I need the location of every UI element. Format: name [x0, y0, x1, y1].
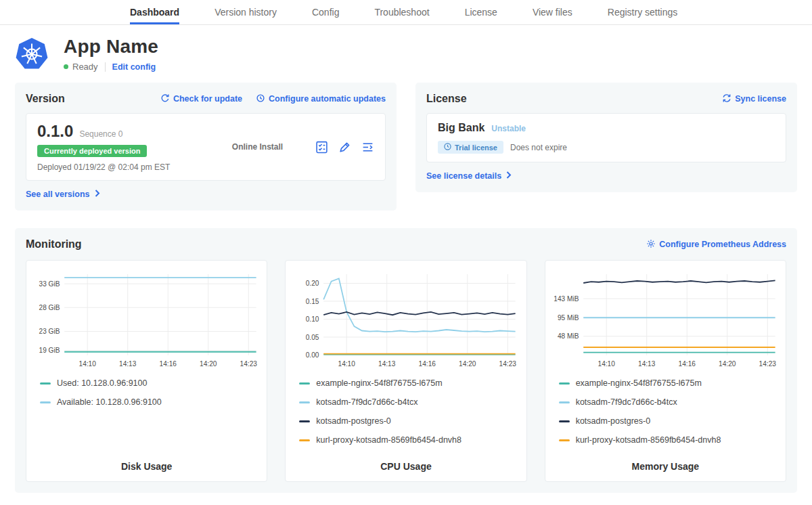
tab-version-history[interactable]: Version history	[215, 0, 277, 24]
tab-license[interactable]: License	[465, 0, 497, 24]
legend-item: Used: 10.128.0.96:9100	[40, 378, 253, 388]
series-swatch	[40, 401, 51, 403]
svg-text:0.10: 0.10	[306, 315, 319, 323]
series-swatch	[559, 420, 570, 422]
version-card-header: Version Check for update	[26, 93, 386, 105]
deployed-timestamp: Deployed 01/19/22 @ 02:04 pm EST	[37, 162, 200, 172]
configure-updates-link[interactable]: Configure automatic updates	[256, 93, 386, 105]
chevron-right-icon	[95, 190, 100, 199]
app-header: App Name Ready Edit config	[0, 25, 812, 72]
license-card-header: License Sync license	[426, 93, 786, 105]
cpu-usage-legend: example-nginx-54f8f76755-l675m kotsadm-7…	[291, 378, 520, 454]
monitoring-title: Monitoring	[26, 238, 82, 250]
version-icon-actions	[315, 141, 374, 154]
sync-license-link[interactable]: Sync license	[722, 93, 786, 105]
sync-icon	[722, 93, 731, 105]
svg-text:19 GiB: 19 GiB	[39, 347, 60, 354]
svg-text:14:13: 14:13	[119, 360, 137, 368]
cards-row: Version Check for update	[15, 83, 797, 211]
top-navigation: Dashboard Version history Config Trouble…	[0, 0, 812, 25]
tab-dashboard[interactable]: Dashboard	[130, 0, 179, 24]
clock-icon	[444, 143, 451, 152]
tab-view-files[interactable]: View files	[533, 0, 572, 24]
version-info: 0.1.0 Sequence 0 Currently deployed vers…	[37, 122, 200, 172]
divider	[105, 62, 106, 72]
disk-usage-legend: Used: 10.128.0.96:9100 Available: 10.128…	[32, 378, 261, 416]
svg-text:14:10: 14:10	[338, 360, 356, 368]
status-dot	[64, 64, 68, 69]
svg-text:14:13: 14:13	[638, 360, 656, 368]
series-swatch	[299, 382, 310, 385]
svg-text:14:16: 14:16	[678, 360, 696, 368]
series-swatch	[559, 401, 570, 403]
preflight-checklist-icon[interactable]	[315, 141, 328, 154]
svg-text:14:16: 14:16	[419, 360, 436, 368]
series-swatch	[559, 382, 570, 385]
svg-text:14:16: 14:16	[160, 360, 177, 368]
app-title: App Name	[64, 36, 158, 58]
svg-text:0.05: 0.05	[306, 333, 319, 341]
license-expiration: Does not expire	[510, 143, 567, 152]
svg-text:48 MiB: 48 MiB	[558, 332, 579, 340]
svg-text:14:13: 14:13	[378, 360, 396, 368]
svg-text:0.15: 0.15	[306, 297, 319, 305]
tab-registry-settings[interactable]: Registry settings	[608, 0, 677, 24]
check-for-update-link[interactable]: Check for update	[160, 93, 242, 105]
deploy-logs-icon[interactable]	[361, 141, 374, 154]
series-swatch	[559, 439, 570, 441]
svg-text:23 GiB: 23 GiB	[39, 328, 60, 335]
svg-text:143 MiB: 143 MiB	[554, 295, 579, 303]
license-channel: Unstable	[491, 124, 526, 133]
chevron-right-icon	[506, 171, 512, 181]
chart-title: Disk Usage	[32, 454, 261, 472]
svg-text:14:20: 14:20	[459, 360, 476, 368]
see-all-versions-link[interactable]: See all versions	[26, 190, 100, 199]
install-type-label: Online Install	[200, 142, 315, 152]
chart-title: Memory Usage	[551, 454, 780, 472]
legend-item: example-nginx-54f8f76755-l675m	[559, 378, 772, 388]
trial-license-badge: Trial license	[438, 141, 503, 154]
configure-prometheus-link[interactable]: Configure Prometheus Address	[646, 239, 786, 250]
svg-text:33 GiB: 33 GiB	[39, 280, 60, 287]
license-panel: Big Bank Unstable Trial license Does not…	[426, 113, 786, 162]
version-card: Version Check for update	[15, 83, 397, 211]
app-status-row: Ready Edit config	[64, 62, 158, 72]
cpu-usage-chart: 14:1014:1314:1614:2014:230.200.150.100.0…	[291, 269, 520, 372]
legend-item: kotsadm-postgres-0	[299, 416, 512, 426]
deployed-version-panel: 0.1.0 Sequence 0 Currently deployed vers…	[26, 113, 386, 181]
chart-title: CPU Usage	[291, 454, 520, 472]
license-customer-name: Big Bank	[438, 122, 484, 134]
edit-config-link[interactable]: Edit config	[112, 62, 156, 72]
monitoring-header: Monitoring Configure Prometheus Address	[26, 238, 786, 250]
memory-usage-card: 14:1014:1314:1614:2014:23143 MiB95 MiB48…	[545, 260, 786, 482]
see-license-details-link[interactable]: See license details	[426, 171, 512, 181]
svg-text:0.00: 0.00	[306, 351, 319, 359]
memory-usage-legend: example-nginx-54f8f76755-l675m kotsadm-7…	[551, 378, 780, 454]
edit-config-icon[interactable]	[338, 141, 351, 154]
cpu-usage-card: 14:1014:1314:1614:2014:230.200.150.100.0…	[285, 260, 526, 482]
tab-config[interactable]: Config	[312, 0, 339, 24]
svg-text:95 MiB: 95 MiB	[558, 314, 579, 322]
svg-text:14:23: 14:23	[240, 360, 258, 368]
svg-text:0.20: 0.20	[306, 280, 319, 287]
version-card-title: Version	[26, 93, 65, 105]
legend-item: kotsadm-7f9dc7d66c-b4tcx	[299, 397, 512, 407]
legend-item: kotsadm-postgres-0	[559, 416, 772, 426]
series-swatch	[299, 401, 310, 403]
legend-item: kurl-proxy-kotsadm-8569fb6454-dnvh8	[299, 435, 512, 445]
license-card-title: License	[426, 93, 467, 105]
app-meta: App Name Ready Edit config	[64, 36, 158, 72]
deployed-badge: Currently deployed version	[37, 145, 147, 157]
svg-text:14:10: 14:10	[79, 360, 97, 368]
series-swatch	[299, 420, 310, 422]
svg-text:14:20: 14:20	[719, 360, 736, 368]
version-sequence: Sequence 0	[79, 129, 122, 139]
svg-text:14:20: 14:20	[200, 360, 217, 368]
version-number: 0.1.0	[37, 122, 73, 141]
svg-text:14:10: 14:10	[597, 360, 615, 368]
charts-row: 14:1014:1314:1614:2014:2333 GiB28 GiB23 …	[26, 260, 786, 482]
tab-troubleshoot[interactable]: Troubleshoot	[374, 0, 429, 24]
gear-icon	[646, 239, 656, 250]
legend-item: kurl-proxy-kotsadm-8569fb6454-dnvh8	[559, 435, 772, 445]
app-status: Ready	[72, 62, 98, 72]
